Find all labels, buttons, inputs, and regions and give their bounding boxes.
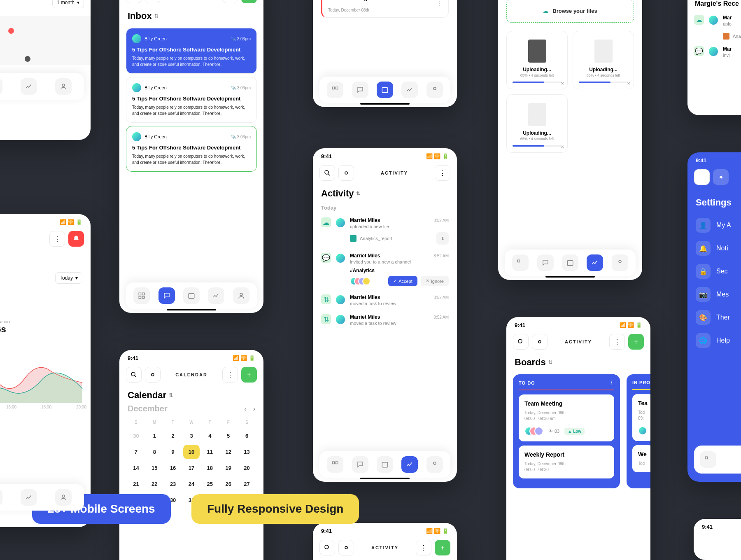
calendar-day[interactable]: 19: [220, 461, 237, 475]
accept-button[interactable]: ✓ Accept: [388, 276, 417, 286]
calendar-day[interactable]: 20: [238, 461, 255, 475]
message-card[interactable]: Billy Green📎 3:03pm 5 Tips For Offshore …: [126, 28, 257, 74]
calendar-day[interactable]: 6: [238, 429, 255, 443]
tab-messages[interactable]: [352, 456, 368, 473]
settings-item[interactable]: 🔔Noti: [687, 237, 741, 260]
calendar-day[interactable]: 25: [201, 477, 218, 491]
cancel-upload-button[interactable]: ✕: [561, 81, 564, 86]
back-button[interactable]: ‹: [694, 169, 710, 185]
calendar-day[interactable]: 24: [183, 477, 200, 491]
prev-month-button[interactable]: ‹: [244, 405, 246, 413]
tab-dashboard[interactable]: [327, 82, 343, 98]
calendar-day[interactable]: 16: [165, 461, 182, 475]
more-button[interactable]: ⋮: [49, 231, 65, 247]
calendar-day[interactable]: 23: [165, 477, 182, 491]
board-more-icon[interactable]: ⋮: [609, 380, 614, 385]
tab-dashboard[interactable]: [512, 254, 529, 271]
notifications-button[interactable]: [68, 231, 84, 247]
cancel-upload-button[interactable]: ✕: [561, 145, 564, 149]
theme-button[interactable]: [338, 165, 354, 181]
tab-profile[interactable]: [233, 287, 249, 304]
calendar-day[interactable]: 13: [238, 445, 255, 459]
next-month-button[interactable]: ›: [253, 405, 255, 413]
calendar-day[interactable]: 26: [220, 477, 237, 491]
more-icon[interactable]: ⋮: [436, 0, 443, 7]
add-button[interactable]: ＋: [241, 367, 257, 383]
tab-calendar[interactable]: [0, 78, 2, 95]
timerange-select[interactable]: 1 month▾: [52, 0, 84, 8]
tab-analytics[interactable]: [208, 287, 224, 304]
calendar-day[interactable]: 27: [238, 477, 255, 491]
calendar-day[interactable]: 7: [128, 445, 144, 459]
tab-profile[interactable]: [426, 456, 443, 473]
tab-calendar[interactable]: [183, 287, 200, 304]
theme-button[interactable]: ✦: [713, 169, 729, 185]
calendar-day[interactable]: 3: [183, 429, 200, 443]
tab-dashboard[interactable]: [700, 451, 716, 468]
tab-analytics[interactable]: [21, 78, 37, 95]
settings-item[interactable]: 👤My A: [687, 214, 741, 237]
ignore-button[interactable]: ✕ Ignore: [421, 276, 449, 286]
theme-button[interactable]: [145, 367, 161, 383]
calendar-day[interactable]: 12: [220, 445, 237, 459]
add-button[interactable]: ＋: [628, 334, 644, 350]
file-dropzone[interactable]: ☁ Browse your files: [506, 0, 634, 23]
tab-messages[interactable]: [352, 82, 368, 98]
calendar-day[interactable]: 2: [165, 429, 182, 443]
calendar-day[interactable]: 9: [165, 445, 182, 459]
sort-icon[interactable]: ⇅: [169, 392, 173, 398]
more-button[interactable]: ⋮: [435, 165, 450, 181]
more-button[interactable]: ⋮: [222, 0, 238, 3]
settings-item[interactable]: 🔒Sec: [687, 260, 741, 283]
more-button[interactable]: ⋮: [609, 334, 625, 350]
calendar-day[interactable]: 11: [201, 445, 218, 459]
calendar-day[interactable]: 10: [183, 445, 200, 459]
board-card[interactable]: Tea Tod09:: [632, 394, 650, 441]
settings-item[interactable]: 📷Mes: [687, 283, 741, 306]
calendar-day[interactable]: 15: [146, 461, 163, 475]
more-button[interactable]: ⋮: [416, 540, 431, 555]
cancel-upload-button[interactable]: ✕: [627, 81, 630, 86]
calendar-day[interactable]: 22: [146, 477, 163, 491]
calendar-day[interactable]: 30: [128, 429, 144, 443]
add-button[interactable]: ＋: [435, 540, 450, 555]
sort-icon[interactable]: ⇅: [548, 359, 552, 365]
calendar-day[interactable]: 4: [201, 429, 218, 443]
calendar-day[interactable]: 21: [128, 477, 144, 491]
more-button[interactable]: ⋮: [222, 367, 238, 383]
theme-button[interactable]: [338, 540, 354, 555]
tab-calendar[interactable]: [562, 254, 578, 271]
sort-icon[interactable]: ⇅: [356, 191, 360, 196]
search-button[interactable]: [513, 334, 529, 350]
board-card[interactable]: We Tod: [632, 445, 650, 472]
add-button[interactable]: ＋: [241, 0, 257, 3]
tab-dashboard[interactable]: [133, 287, 150, 304]
calendar-day[interactable]: 18: [201, 461, 218, 475]
tab-profile[interactable]: [55, 78, 72, 95]
board-card[interactable]: Weekly Report Today, December 08th09:00 …: [519, 446, 614, 478]
tab-profile[interactable]: [426, 82, 443, 98]
message-card[interactable]: Billy Green📎 3:03pm 5 Tips For Offshore …: [126, 126, 257, 172]
tab-analytics[interactable]: [587, 254, 603, 271]
tab-messages[interactable]: [158, 287, 175, 304]
calendar-day[interactable]: 1: [146, 429, 163, 443]
today-select[interactable]: Today▾: [55, 272, 82, 284]
search-button[interactable]: [319, 165, 335, 181]
settings-item[interactable]: 🌐Help: [687, 329, 741, 352]
search-button[interactable]: [319, 540, 335, 555]
calendar-day[interactable]: 14: [128, 461, 144, 475]
tab-messages[interactable]: [537, 254, 554, 271]
sort-icon[interactable]: ⇅: [154, 13, 158, 19]
tab-profile[interactable]: [612, 254, 628, 271]
board-card[interactable]: Team Meeting Today, December 08th09:00 -…: [519, 394, 614, 441]
tab-profile[interactable]: [55, 489, 72, 506]
theme-button[interactable]: [145, 0, 161, 3]
theme-button[interactable]: [532, 334, 548, 350]
tab-calendar[interactable]: [377, 456, 393, 473]
search-button[interactable]: [126, 0, 142, 3]
search-button[interactable]: [126, 367, 142, 383]
tab-calendar[interactable]: [377, 82, 393, 98]
tab-analytics[interactable]: [401, 82, 418, 98]
calendar-day[interactable]: 8: [146, 445, 163, 459]
tab-analytics[interactable]: [401, 456, 418, 473]
